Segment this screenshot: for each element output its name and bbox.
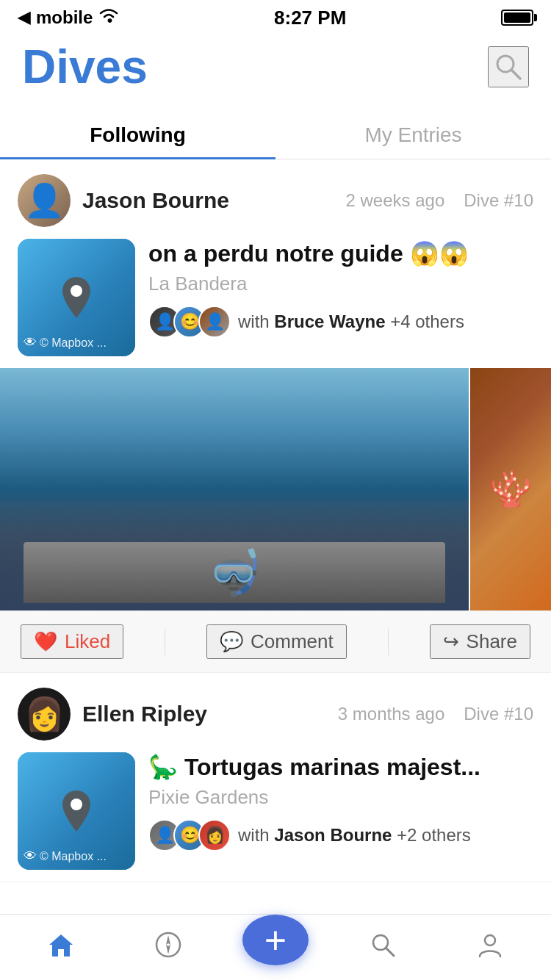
app-header: Dives: [0, 32, 551, 109]
carrier-label: mobile: [36, 7, 93, 28]
photos-strip: 🤿 🪸: [0, 368, 551, 610]
bottom-nav: +: [0, 914, 551, 980]
search-nav-icon: [370, 932, 396, 964]
svg-point-9: [485, 935, 495, 945]
map-pin-icon: [58, 275, 95, 320]
dive-info: 🦕 Tortugas marinas majest... Pixie Garde…: [148, 752, 533, 851]
map-pin-icon: [58, 789, 95, 833]
nav-explore[interactable]: [115, 915, 222, 980]
dive-companions: 👤 😊 👤 with Bruce Wayne +4 others: [148, 306, 533, 338]
feed-item: Jason Bourne 2 weeks ago Dive #10 👁 © Ma…: [0, 159, 551, 673]
companion-avatar: 👩: [198, 819, 231, 851]
dive-info: on a perdu notre guide 😱😱 La Bandera 👤 😊…: [148, 239, 533, 338]
like-button[interactable]: ❤️ Liked: [21, 624, 123, 659]
battery-icon: [501, 10, 533, 26]
feed: Jason Bourne 2 weeks ago Dive #10 👁 © Ma…: [0, 159, 551, 882]
dive-photo-side[interactable]: 🪸: [470, 368, 551, 610]
back-arrow-icon: ◀: [18, 8, 30, 27]
group-photo: 🤿: [0, 368, 469, 610]
dive-card: 👁 © Mapbox ... on a perdu notre guide 😱😱…: [0, 239, 551, 368]
profile-icon: [477, 932, 503, 964]
companion-main: Jason Bourne: [274, 825, 392, 845]
dive-location: Pixie Gardens: [148, 786, 533, 809]
dive-card: 👁 © Mapbox ... 🦕 Tortugas marinas majest…: [0, 752, 551, 882]
dive-number: Dive #10: [464, 190, 533, 211]
status-carrier: ◀ mobile: [18, 7, 119, 28]
share-button[interactable]: ↪ Share: [430, 624, 530, 659]
companion-avatars: 👤 😊 👩: [148, 819, 231, 851]
svg-line-1: [512, 71, 521, 79]
dive-number: Dive #10: [464, 704, 533, 724]
nav-profile[interactable]: [436, 915, 544, 980]
home-icon: [46, 932, 76, 964]
underwater-photo: 🪸: [470, 368, 551, 610]
dive-companions: 👤 😊 👩 with Jason Bourne +2 others: [148, 819, 533, 851]
user-row: Jason Bourne 2 weeks ago Dive #10: [0, 174, 551, 239]
tab-my-entries[interactable]: My Entries: [276, 109, 551, 159]
companion-avatar: 👤: [198, 306, 231, 338]
svg-marker-6: [166, 945, 170, 954]
comment-label: Comment: [251, 630, 334, 653]
svg-marker-5: [166, 935, 170, 945]
status-bar: ◀ mobile 8:27 PM: [0, 0, 551, 32]
svg-point-3: [71, 799, 82, 810]
tab-underline: [0, 157, 276, 159]
dive-photo-main[interactable]: 🤿: [0, 368, 469, 610]
compass-icon: [154, 931, 182, 965]
tabs-container: Following My Entries: [0, 109, 551, 159]
user-row: Ellen Ripley 3 months ago Dive #10: [0, 688, 551, 752]
action-bar: ❤️ Liked 💬 Comment ↪ Share: [0, 610, 551, 672]
avatar: [18, 174, 71, 227]
dive-title: on a perdu notre guide 😱😱: [148, 239, 533, 270]
companion-text: with Bruce Wayne +4 others: [238, 311, 464, 332]
comment-icon: 💬: [220, 630, 243, 653]
feed-item: Ellen Ripley 3 months ago Dive #10 👁 © M…: [0, 673, 551, 882]
companion-avatars: 👤 😊 👤: [148, 306, 231, 338]
companion-others: +4 others: [390, 311, 464, 331]
nav-search[interactable]: [329, 915, 436, 980]
search-button[interactable]: [488, 46, 529, 87]
map-thumbnail[interactable]: 👁 © Mapbox ...: [18, 239, 135, 356]
share-icon: ↪: [443, 630, 459, 653]
plus-icon: +: [264, 921, 287, 959]
status-time: 8:27 PM: [274, 7, 346, 29]
post-time: 2 weeks ago: [346, 190, 445, 211]
nav-home[interactable]: [7, 915, 115, 980]
heart-icon: ❤️: [34, 630, 57, 653]
dive-location: La Bandera: [148, 273, 533, 295]
user-name: Ellen Ripley: [82, 702, 326, 727]
action-divider-2: [388, 629, 389, 655]
liked-label: Liked: [65, 630, 110, 653]
status-battery: [501, 10, 533, 26]
companion-text: with Jason Bourne +2 others: [238, 825, 471, 846]
wifi-icon: [98, 7, 119, 28]
post-time: 3 months ago: [338, 704, 444, 724]
companion-main: Bruce Wayne: [274, 311, 385, 331]
comment-button[interactable]: 💬 Comment: [206, 624, 347, 659]
action-divider-1: [165, 629, 165, 655]
map-thumbnail[interactable]: 👁 © Mapbox ...: [18, 752, 135, 870]
svg-point-2: [71, 285, 82, 297]
nav-add[interactable]: +: [222, 915, 329, 980]
share-label: Share: [467, 630, 517, 653]
add-fab-button[interactable]: +: [242, 915, 309, 965]
dive-title: 🦕 Tortugas marinas majest...: [148, 752, 533, 783]
app-title: Dives: [22, 40, 148, 94]
avatar: [18, 688, 71, 741]
user-name: Jason Bourne: [82, 188, 334, 213]
companion-others: +2 others: [397, 825, 471, 845]
search-icon: [492, 51, 525, 83]
tab-following[interactable]: Following: [0, 109, 276, 159]
svg-line-8: [386, 948, 394, 956]
